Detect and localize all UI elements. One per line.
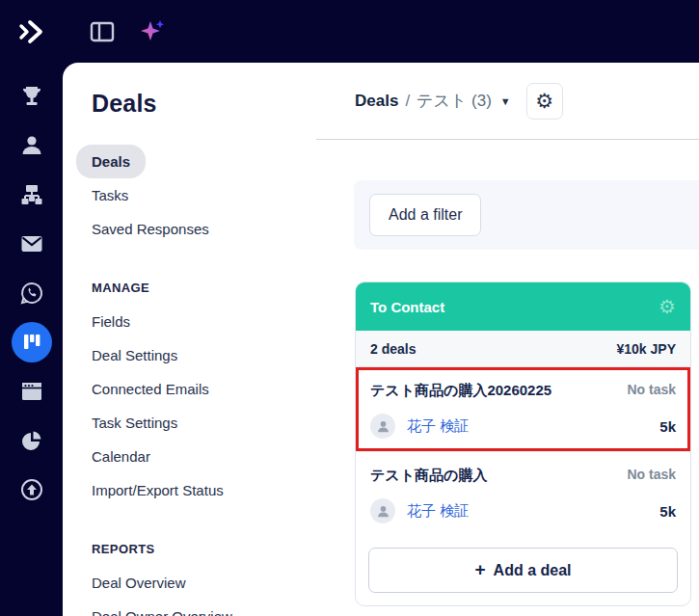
web-browser-icon xyxy=(19,379,44,404)
rail-item-trophy[interactable] xyxy=(12,76,52,117)
deal-title[interactable]: テスト商品の購入20260225 xyxy=(370,382,551,400)
contacts-person-icon xyxy=(19,133,44,158)
top-bar xyxy=(0,0,699,63)
sidebar-item-deal-settings[interactable]: Deal Settings xyxy=(92,338,293,372)
filter-bar: Add a filter xyxy=(354,180,699,250)
add-deal-label: Add a deal xyxy=(494,562,572,579)
rail-item-deals[interactable] xyxy=(12,322,52,362)
panel-toggle-icon[interactable] xyxy=(88,17,117,46)
deal-value: 5k xyxy=(659,418,676,435)
breadcrumb-deals[interactable]: Deals xyxy=(355,92,398,111)
main-content: Deals / テスト (3) ▼ ⚙ Add a filter To Cont… xyxy=(316,63,699,616)
whatsapp-icon xyxy=(19,281,44,306)
sidebar-item-calendar[interactable]: Calendar xyxy=(92,440,293,473)
sidebar-item-deals[interactable]: Deals xyxy=(92,145,293,178)
person-icon xyxy=(376,419,390,434)
sidebar-item-fields[interactable]: Fields xyxy=(92,305,293,338)
add-deal-area: + Add a deal xyxy=(356,536,690,605)
person-icon xyxy=(376,504,390,519)
plus-icon: + xyxy=(474,559,485,580)
freshworks-logo-icon xyxy=(17,18,48,45)
chevron-down-icon[interactable]: ▼ xyxy=(500,95,511,107)
sidebar-item-import-export-status[interactable]: Import/Export Status xyxy=(92,473,293,507)
sidebar-section-manage: MANAGE xyxy=(92,271,293,305)
deal-count: 2 deals xyxy=(370,341,416,357)
breadcrumb: Deals / テスト (3) ▼ ⚙ xyxy=(316,63,699,140)
rail-item-import[interactable] xyxy=(12,469,52,510)
deal-contact-link[interactable]: 花子 検証 xyxy=(407,417,469,436)
add-filter-button[interactable]: Add a filter xyxy=(369,194,481,236)
add-deal-button[interactable]: + Add a deal xyxy=(368,548,678,593)
column-stats-row: 2 deals ¥10k JPY xyxy=(356,331,690,367)
sidebar-item-tasks[interactable]: Tasks xyxy=(92,178,293,212)
deals-sidebar: Deals Deals Tasks Saved Responses MANAGE… xyxy=(63,63,316,616)
gear-icon: ⚙ xyxy=(535,91,553,111)
column-gear-icon[interactable]: ⚙ xyxy=(659,297,676,316)
column-total-value: ¥10k JPY xyxy=(617,341,677,357)
deal-contact-link[interactable]: 花子 検証 xyxy=(407,502,469,521)
column-header[interactable]: To Contact ⚙ xyxy=(356,282,690,331)
app-window: Deals Deals Tasks Saved Responses MANAGE… xyxy=(0,0,699,616)
deal-task-status: No task xyxy=(627,382,676,397)
rail-item-accounts[interactable] xyxy=(12,174,52,215)
sidebar-section-reports: REPORTS xyxy=(92,532,293,566)
accounts-org-chart-icon xyxy=(19,182,44,207)
rail-item-contacts[interactable] xyxy=(12,125,52,166)
rail-item-analytics[interactable] xyxy=(12,420,52,461)
deal-task-status: No task xyxy=(627,467,676,482)
kanban-column-to-contact: To Contact ⚙ 2 deals ¥10k JPY テスト商品の購入20… xyxy=(355,281,691,606)
deals-kanban-icon xyxy=(21,332,42,353)
deal-value: 5k xyxy=(659,503,676,520)
sidebar-item-task-settings[interactable]: Task Settings xyxy=(92,406,293,440)
ai-sparkle-icon xyxy=(139,18,166,45)
sidebar-item-deal-owner-overview[interactable]: Deal Owner Overview xyxy=(92,600,293,616)
deal-card[interactable]: テスト商品の購入20260225 No task 花子 検証 5k xyxy=(356,367,690,451)
column-title: To Contact xyxy=(370,299,444,315)
icon-rail xyxy=(0,63,63,616)
rail-item-whatsapp[interactable] xyxy=(12,273,52,313)
email-envelope-icon xyxy=(19,231,44,256)
breadcrumb-separator: / xyxy=(405,92,410,111)
rail-item-web[interactable] xyxy=(12,371,52,412)
avatar xyxy=(370,414,395,439)
view-settings-button[interactable]: ⚙ xyxy=(526,83,563,120)
sidebar-title: Deals xyxy=(92,90,293,118)
analytics-pie-chart-icon xyxy=(19,428,44,453)
rail-item-email[interactable] xyxy=(12,224,52,264)
kanban-board: To Contact ⚙ 2 deals ¥10k JPY テスト商品の購入20… xyxy=(355,281,691,606)
trophy-icon xyxy=(19,84,44,109)
ai-sparkle-icon[interactable] xyxy=(138,17,167,46)
sidebar-item-deals-label: Deals xyxy=(76,145,146,178)
panel-toggle-icon xyxy=(90,21,115,42)
import-arrow-up-circle-icon xyxy=(19,477,44,502)
breadcrumb-view-selector[interactable]: テスト (3) xyxy=(417,90,492,112)
deal-title[interactable]: テスト商品の購入 xyxy=(370,467,487,485)
avatar xyxy=(370,498,395,523)
sidebar-item-connected-emails[interactable]: Connected Emails xyxy=(92,372,293,406)
freshworks-logo-icon[interactable] xyxy=(16,17,49,46)
sidebar-item-saved-responses[interactable]: Saved Responses xyxy=(92,212,293,246)
deal-card[interactable]: テスト商品の購入 No task 花子 検証 5k xyxy=(356,451,690,536)
sidebar-item-deal-overview[interactable]: Deal Overview xyxy=(92,566,293,600)
